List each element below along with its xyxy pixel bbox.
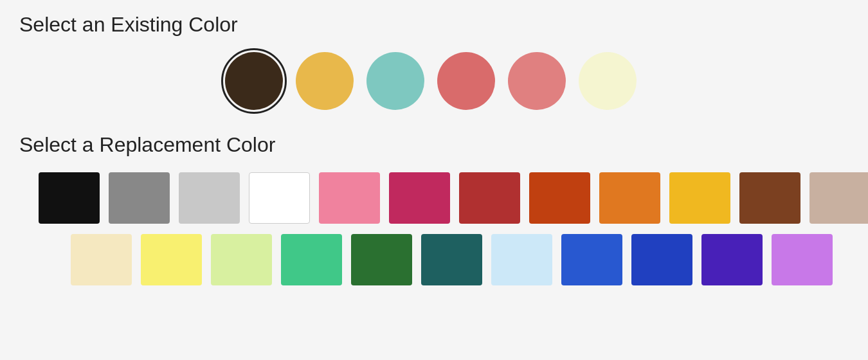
replacement-row-1 — [39, 172, 849, 224]
replacement-color-square[interactable] — [599, 172, 660, 224]
replacement-row-2 — [71, 234, 849, 285]
replacement-color-square[interactable] — [701, 234, 763, 285]
replacement-color-square[interactable] — [71, 234, 132, 285]
existing-color-circle[interactable] — [366, 52, 424, 110]
existing-colors-row — [225, 52, 849, 110]
replacement-section: Select a Replacement Color — [19, 133, 849, 285]
replacement-color-square[interactable] — [39, 172, 100, 224]
replacement-color-square[interactable] — [529, 172, 590, 224]
replacement-color-square[interactable] — [491, 234, 552, 285]
replacement-color-square[interactable] — [351, 234, 412, 285]
replacement-color-square[interactable] — [739, 172, 800, 224]
replacement-color-square[interactable] — [421, 234, 482, 285]
replacement-color-square[interactable] — [561, 234, 622, 285]
replacement-color-square[interactable] — [211, 234, 272, 285]
existing-color-circle[interactable] — [296, 52, 354, 110]
replacement-color-square[interactable] — [809, 172, 868, 224]
replacement-color-square[interactable] — [631, 234, 692, 285]
replacement-color-square[interactable] — [281, 234, 342, 285]
replacement-color-square[interactable] — [141, 234, 202, 285]
replacement-color-square[interactable] — [319, 172, 380, 224]
replacement-color-square[interactable] — [109, 172, 170, 224]
select-replacement-color-heading: Select a Replacement Color — [19, 133, 849, 157]
existing-color-circle[interactable] — [225, 52, 283, 110]
replacement-color-square[interactable] — [772, 234, 833, 285]
replacement-color-square[interactable] — [459, 172, 520, 224]
select-existing-color-heading: Select an Existing Color — [19, 13, 849, 37]
replacement-color-square[interactable] — [249, 172, 310, 224]
replacement-color-square[interactable] — [669, 172, 730, 224]
existing-color-circle[interactable] — [437, 52, 495, 110]
existing-color-circle[interactable] — [508, 52, 566, 110]
replacement-color-square[interactable] — [389, 172, 450, 224]
replacement-color-square[interactable] — [179, 172, 240, 224]
existing-color-circle[interactable] — [579, 52, 637, 110]
